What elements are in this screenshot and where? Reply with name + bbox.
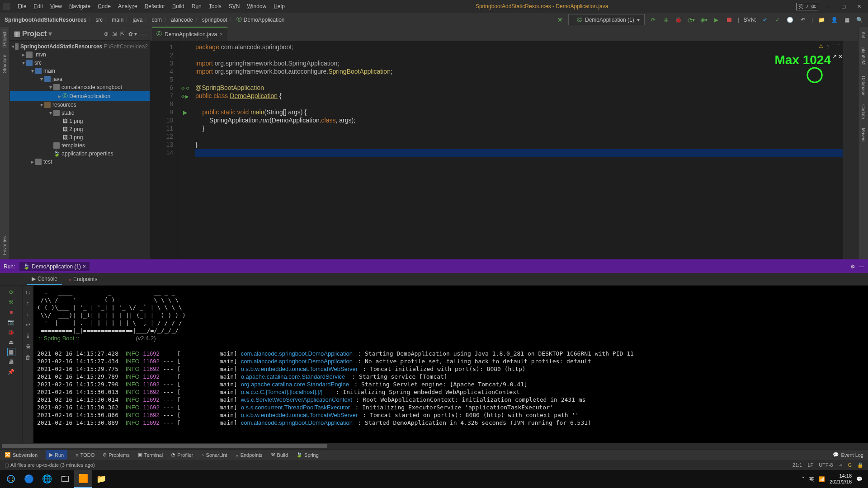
layout-icon[interactable]: ▦ (7, 348, 15, 356)
crumb-java[interactable]: java (132, 17, 142, 23)
run-settings-icon[interactable]: ⚙ (850, 263, 855, 270)
endpoints-tab[interactable]: ⬨Endpoints (64, 274, 102, 285)
menu-help[interactable]: Help (270, 2, 288, 11)
console-scrollbar[interactable] (0, 443, 868, 449)
tab-todo[interactable]: ≡ TODO (75, 452, 94, 458)
tab-spring[interactable]: 🍃 Spring (296, 452, 319, 458)
scroll-end-icon[interactable]: ⤓ (24, 332, 32, 340)
tab-sonarlint[interactable]: ~ SonarLint (201, 452, 227, 458)
debug-icon[interactable]: 🐞 (675, 16, 683, 24)
crumb-alancode[interactable]: alancode (171, 17, 193, 23)
menu-window[interactable]: Window (244, 2, 270, 11)
project-expand-icon[interactable]: ⇲ (112, 31, 117, 37)
menu-analyze[interactable]: Analyze (115, 2, 141, 11)
rerun-build-icon[interactable]: ⚒ (7, 298, 15, 306)
print2-icon[interactable]: 🖶 (24, 343, 32, 351)
print-icon[interactable]: 🖶 (7, 358, 15, 366)
task-chrome[interactable]: 🌐 (38, 470, 56, 488)
menu-edit[interactable]: Edit (30, 2, 46, 11)
menu-refactor[interactable]: Refactor (142, 2, 168, 11)
play-icon[interactable]: ▶ (712, 16, 721, 24)
event-log[interactable]: 💬 Event Log (833, 452, 863, 458)
project-hide-icon[interactable]: — (141, 31, 146, 37)
tab-terminal[interactable]: ▣ Terminal (138, 452, 163, 458)
task-intellij[interactable]: 🟧 (74, 470, 92, 488)
run-config-tab[interactable]: 🍃DemoApplication (1) × (19, 262, 90, 271)
editor-tab[interactable]: ⓒDemoApplication.java× (152, 27, 227, 41)
crumb-com[interactable]: com (151, 17, 162, 23)
editor-minimap[interactable] (843, 41, 858, 259)
indent-icon[interactable]: ⇥ (838, 462, 842, 468)
run-config-selector[interactable]: ⓒDemoApplication (1)▾ (568, 14, 645, 25)
project-select-opened-icon[interactable]: ⊕ (104, 31, 108, 37)
run-update-icon[interactable]: ⇊ (662, 16, 670, 24)
menu-run[interactable]: Run (189, 2, 205, 11)
line-sep[interactable]: LF (807, 462, 813, 468)
stop-run-icon[interactable]: ■ (7, 308, 15, 316)
tool-tab-codota[interactable]: Codota (861, 102, 866, 122)
svn-update-icon[interactable]: ✔ (761, 16, 769, 24)
tool-tab-project[interactable]: Project (2, 29, 7, 48)
build-hammer-icon[interactable]: ⚒ (556, 16, 564, 24)
ime-indicator[interactable]: 英♪体 (796, 3, 819, 10)
svn-commit-icon[interactable]: ✓ (774, 16, 782, 24)
crumb-src[interactable]: src (95, 17, 103, 23)
coverage-icon[interactable]: ◔▾ (687, 16, 695, 24)
soft-wrap-icon[interactable]: ↩ (24, 321, 32, 329)
up-stack-icon[interactable]: ↑↓ (24, 288, 32, 296)
menu-code[interactable]: Code (94, 2, 114, 11)
crumb-springboot[interactable]: springboot (202, 17, 227, 23)
caret-position[interactable]: 21:1 (793, 462, 802, 468)
stop-icon[interactable] (725, 16, 733, 24)
console-tab[interactable]: ▶Console (27, 273, 62, 285)
tab-subversion[interactable]: 🔀 Subversion (5, 452, 38, 458)
inspection-badge[interactable]: ⚠1ˆˇ (819, 43, 840, 49)
window-minimize-button[interactable]: — (822, 2, 835, 10)
menu-file[interactable]: File (14, 2, 29, 11)
tab-build[interactable]: ⚒ Build (271, 452, 288, 458)
notifications-icon[interactable]: 💬 (856, 476, 863, 482)
menu-tools[interactable]: Tools (206, 2, 225, 11)
close-tab-icon[interactable]: × (220, 31, 223, 38)
tool-tab-ant[interactable]: Ant (861, 29, 866, 41)
profiler-icon[interactable]: ◉▾ (700, 16, 708, 24)
tool-tab-structure[interactable]: Structure (2, 52, 7, 76)
tool-tab-database[interactable]: Database (861, 73, 866, 98)
search-icon[interactable]: 🔍 (855, 16, 863, 24)
up-icon[interactable]: ↑ (24, 299, 32, 307)
svn-rollback-icon[interactable]: ↶ (799, 16, 807, 24)
crumb-class[interactable]: DemoApplication (244, 17, 285, 23)
menu-svn[interactable]: SVN (226, 2, 243, 11)
tool-tab-favorites[interactable]: Favorites (2, 234, 7, 258)
project-tree[interactable]: ▾SpringbootAddStaticResources F:\SoftCod… (10, 41, 150, 259)
run-rerun-icon[interactable]: ⟳ (649, 16, 657, 24)
project-collapse-icon[interactable]: ⇱ (120, 31, 125, 37)
svn-history-icon[interactable]: 🕓 (786, 16, 794, 24)
menu-view[interactable]: View (47, 2, 65, 11)
start-button[interactable] (2, 470, 20, 488)
exit-icon[interactable]: ⏏ (7, 338, 15, 346)
tool-tab-maven[interactable]: Maven (861, 125, 866, 144)
lock-icon[interactable]: 🔒 (857, 462, 863, 468)
encoding[interactable]: UTF-8 (819, 462, 833, 468)
clear-icon[interactable]: 🗑 (24, 353, 32, 361)
menu-build[interactable]: Build (169, 2, 188, 11)
system-clock[interactable]: 14:182021/2/16 (830, 473, 852, 485)
goland-icon[interactable]: G (848, 462, 852, 468)
dump-icon[interactable]: 🐞 (7, 328, 15, 336)
tray-ime[interactable]: 英 (809, 476, 814, 483)
tab-endpoints[interactable]: ⬨ Endpoints (236, 452, 263, 458)
down-icon[interactable]: ↓ (24, 310, 32, 318)
tray-up-icon[interactable]: ˄ (802, 476, 805, 482)
project-settings-icon[interactable]: ✿ ▾ (128, 31, 137, 37)
task-explorer[interactable]: 🗔 (56, 470, 74, 488)
run-hide-icon[interactable]: — (859, 263, 864, 270)
tab-problems[interactable]: ⊘ Problems (103, 452, 129, 458)
console-output[interactable]: . ____ _ __ _ _ /\\ / ___'_ __ _ _(_)_ _… (33, 286, 868, 443)
tree-demo-application[interactable]: ▸ⓒ DemoApplication (10, 91, 150, 101)
code-editor[interactable]: 1234567891011121314 ⟳⟲⟳▶▶ package com.al… (150, 41, 858, 259)
camera-icon[interactable]: 📷 (7, 318, 15, 326)
codota-icon[interactable]: ▦ (843, 16, 851, 24)
crumb-root[interactable]: SpringbootAddStaticResources (5, 17, 86, 23)
task-files[interactable]: 📁 (92, 470, 110, 488)
